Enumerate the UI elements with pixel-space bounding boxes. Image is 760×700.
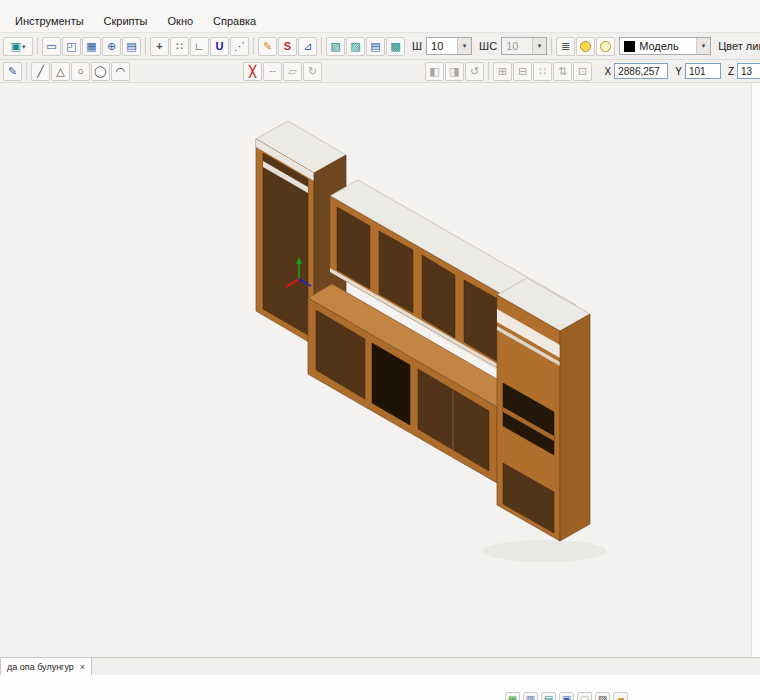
move-icon: +: [156, 41, 162, 52]
separator: [253, 37, 254, 55]
width-combobox[interactable]: 10 ▾: [426, 37, 472, 55]
diagonal-points-button[interactable]: ⋰: [230, 37, 249, 56]
circle-tool-button[interactable]: ○: [71, 62, 90, 81]
display-mode-combobox[interactable]: Модель ▾: [619, 37, 711, 55]
tab-close-icon[interactable]: ×: [80, 662, 85, 672]
dock-button-2[interactable]: ▥: [523, 692, 538, 700]
sketch-pen-button[interactable]: ✎: [3, 62, 22, 81]
dock-button-7[interactable]: ▰: [613, 692, 628, 700]
measure-button[interactable]: ⊿: [298, 37, 317, 56]
cad-application-window: { "menu": { "items": ["Инструменты", "Ск…: [0, 0, 760, 700]
dock-button-6[interactable]: ▨: [595, 692, 610, 700]
menu-tools[interactable]: Инструменты: [6, 12, 93, 30]
array-grid-button: ⊞: [493, 62, 512, 81]
dashed-line-button[interactable]: ╌: [263, 62, 282, 81]
u-tool-icon: U: [216, 41, 224, 52]
seam-width-value: 10: [506, 40, 518, 52]
angle-snap-button[interactable]: ∟: [190, 37, 209, 56]
layers-button[interactable]: ≣: [556, 37, 575, 56]
width-field-label: Ш: [412, 40, 422, 52]
main-toolbar: ▣ ▾ ▭ ◰ ▦ ⊕ ▤ + ∷ ∟ U ⋰ ✎ S ⊿ ▧ ▨ ▤ ▩ Ш …: [0, 33, 760, 60]
materials-button[interactable]: ▩: [386, 37, 405, 56]
circle-icon: ○: [77, 66, 84, 77]
angle-snap-icon: ∟: [194, 41, 205, 52]
dock-grid-green-icon: ▦: [508, 695, 517, 700]
zoom-window-button[interactable]: ▭: [42, 37, 61, 56]
coordinate-readout: X 2886,257 Y 101 Z 13: [600, 63, 760, 79]
zoom-search-button[interactable]: ⊕: [102, 37, 121, 56]
mode-color-swatch: [624, 41, 635, 52]
dock-panel-icon: ▣: [562, 695, 571, 700]
rotate-ccw-button: ↺: [465, 62, 484, 81]
x-coordinate-input[interactable]: 2886,257: [614, 63, 668, 79]
dock-button-3[interactable]: ▤: [541, 692, 556, 700]
workspace-icon: ▣: [11, 41, 21, 52]
ghost-rect-icon: ▱: [288, 66, 296, 77]
caret-down-icon: ▾: [532, 38, 546, 54]
line-tool-button[interactable]: ╱: [31, 62, 50, 81]
dock-button-1[interactable]: ▦: [505, 692, 520, 700]
workspace-dropdown-button[interactable]: ▣ ▾: [3, 37, 33, 56]
x-coordinate-label: X: [605, 66, 612, 77]
zoom-grid-button[interactable]: ▦: [82, 37, 101, 56]
array-center-icon: ⊡: [578, 66, 587, 77]
light-on-button[interactable]: [576, 37, 595, 56]
layers-icon: ≣: [561, 41, 570, 52]
ellipse-tool-button[interactable]: ◯: [91, 62, 110, 81]
document-tab[interactable]: да опа булунгур ×: [0, 658, 92, 675]
measure-icon: ⊿: [303, 41, 312, 52]
u-tool-button[interactable]: U: [210, 37, 229, 56]
sheet-button[interactable]: ▤: [366, 37, 385, 56]
solid-box-button[interactable]: ▧: [326, 37, 345, 56]
solid-box-alt-button[interactable]: ▨: [346, 37, 365, 56]
separator: [145, 37, 146, 55]
furniture-model: [0, 83, 752, 657]
zoom-previous-button[interactable]: ◰: [62, 37, 81, 56]
document-tab-label: да опа булунгур: [7, 662, 74, 672]
dock-grid-teal-icon: ▤: [544, 695, 553, 700]
display-mode-value: Модель: [639, 40, 678, 52]
right-scrollbar[interactable]: [751, 83, 760, 657]
pan-button[interactable]: ▤: [122, 37, 141, 56]
box-3d-alt-icon: ▨: [350, 41, 360, 52]
width-value: 10: [431, 40, 443, 52]
polygon-tool-button[interactable]: △: [51, 62, 70, 81]
intersect-button[interactable]: ╳: [243, 62, 262, 81]
menu-scripts[interactable]: Скрипты: [95, 12, 157, 30]
mirror-horizontal-icon: ◧: [429, 66, 439, 77]
dock-folder-icon: ▰: [617, 695, 625, 700]
move-button[interactable]: +: [150, 37, 169, 56]
caret-down-icon: ▾: [22, 43, 26, 50]
spline-button[interactable]: S: [278, 37, 297, 56]
dock-hatch-icon: ▨: [598, 695, 607, 700]
mirror-vertical-icon: ◨: [449, 66, 459, 77]
array-row-button: ⊟: [513, 62, 532, 81]
zoom-window-icon: ▭: [46, 41, 56, 52]
separator: [321, 37, 322, 55]
cross-lines-icon: ╳: [249, 66, 256, 77]
array-dots-button: ∷: [533, 62, 552, 81]
menu-window[interactable]: Окно: [159, 12, 203, 30]
arc-tool-button[interactable]: ◠: [111, 62, 130, 81]
y-coordinate-input[interactable]: 101: [685, 63, 721, 79]
triangle-icon: △: [56, 66, 64, 77]
pencil-button[interactable]: ✎: [258, 37, 277, 56]
array-center-button: ⊡: [573, 62, 592, 81]
separator: [551, 37, 552, 55]
light-off-button[interactable]: [596, 37, 615, 56]
grid-snap-button[interactable]: ∷: [170, 37, 189, 56]
separator: [26, 62, 27, 80]
rotate-cw-icon: ↻: [308, 66, 317, 77]
z-coordinate-input[interactable]: 13: [737, 63, 760, 79]
dock-button-5[interactable]: ▢: [577, 692, 592, 700]
dashed-line-icon: ╌: [269, 66, 276, 77]
lamp-on-icon: [580, 41, 591, 52]
ellipse-icon: ◯: [94, 66, 106, 77]
pen-icon: ✎: [8, 66, 17, 77]
materials-icon: ▩: [390, 41, 400, 52]
dock-button-4[interactable]: ▣: [559, 692, 574, 700]
bottom-panel: ▦ ▥ ▤ ▣ ▢ ▨ ▰: [0, 675, 760, 700]
menu-help[interactable]: Справка: [204, 12, 265, 30]
viewport-canvas[interactable]: [0, 83, 760, 657]
separator: [37, 37, 38, 55]
